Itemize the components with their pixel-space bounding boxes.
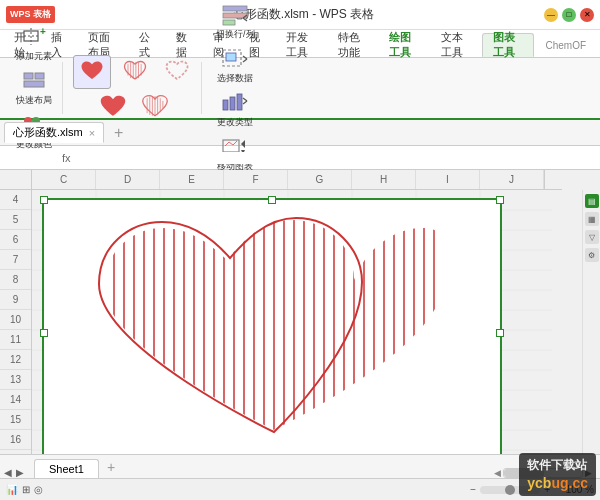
tab-features[interactable]: 特色功能 (328, 33, 378, 57)
svg-rect-4 (24, 73, 33, 79)
handle-tr[interactable] (496, 196, 504, 204)
tab-formula[interactable]: 公式 (129, 33, 164, 57)
close-button[interactable]: ✕ (580, 8, 594, 22)
svg-line-35 (243, 98, 247, 101)
file-tab-bar: 心形函数.xlsm × + (0, 120, 600, 146)
watermark-line1: 软件下载站 (527, 457, 588, 474)
grid-wrapper[interactable] (32, 190, 582, 454)
svg-line-38 (225, 142, 229, 146)
scroll-right-button[interactable]: ▶ (16, 467, 24, 478)
sheet1-tab[interactable]: Sheet1 (34, 459, 99, 478)
file-tab-close[interactable]: × (89, 127, 95, 139)
add-element-icon: + (20, 25, 48, 49)
tab-chart[interactable]: 图表工具 (482, 33, 534, 57)
quick-layout-button[interactable]: 快速布局 (12, 67, 56, 109)
handle-rm[interactable] (496, 329, 504, 337)
svg-rect-6 (24, 81, 44, 87)
panel-filter-icon[interactable]: ▽ (585, 230, 599, 244)
row-4: 4 (0, 190, 31, 210)
switch-row-col-button[interactable]: 切换行/列 (212, 1, 259, 43)
row-7: 7 (0, 250, 31, 270)
svg-rect-29 (226, 53, 236, 61)
col-C: C (32, 170, 96, 189)
style-wave-button[interactable] (117, 58, 153, 86)
svg-rect-23 (223, 6, 247, 11)
tab-pagelayout[interactable]: 页面布局 (78, 33, 128, 57)
tab-chemof[interactable]: ChemOF (536, 33, 597, 57)
h-scroll-left[interactable]: ◀ (494, 468, 501, 478)
svg-rect-5 (35, 73, 44, 79)
row-6: 6 (0, 230, 31, 250)
svg-rect-32 (223, 100, 228, 110)
select-data-button[interactable]: 选择数据 (213, 45, 257, 87)
ribbon-tabs: 开始 插入 页面布局 公式 数据 审阅 视图 开发工具 特色功能 绘图工具 文本… (0, 30, 600, 58)
change-type-button[interactable]: 更改类型 (213, 89, 257, 131)
row-12: 12 (0, 350, 31, 370)
svg-line-31 (243, 59, 247, 62)
toolbar-group-actions: 切换行/列 选择数据 (206, 62, 265, 114)
fx-label: fx (62, 152, 71, 164)
style-big-solid-icon (99, 95, 127, 119)
status-icons: 📊 ⊞ ◎ (6, 484, 43, 495)
maximize-button[interactable]: □ (562, 8, 576, 22)
col-I: I (416, 170, 480, 189)
col-G: G (288, 170, 352, 189)
tab-add-button[interactable]: + (108, 124, 129, 142)
svg-line-27 (243, 18, 247, 21)
tab-developer[interactable]: 开发工具 (276, 33, 326, 57)
window-title: 心形函数.xlsm - WPS 表格 (63, 6, 544, 23)
sheet-tabs-bottom: ◀ ▶ Sheet1 + ◀ ▶ (0, 454, 600, 478)
zoom-out-button[interactable]: − (470, 484, 476, 495)
status-icon-1[interactable]: 📊 (6, 484, 18, 495)
style-outline-button[interactable] (159, 58, 195, 86)
status-bar: 📊 ⊞ ◎ − + 100 % (0, 478, 600, 500)
col-H: H (352, 170, 416, 189)
select-data-label: 选择数据 (217, 72, 253, 85)
watermark-yellow: ycb (527, 475, 551, 491)
watermark-orange: ug.cc (551, 475, 588, 491)
chart-container[interactable] (42, 198, 502, 454)
formula-input[interactable] (77, 152, 594, 164)
quick-layout-label: 快速布局 (16, 94, 52, 107)
handle-lm[interactable] (40, 329, 48, 337)
status-icon-2[interactable]: ⊞ (22, 484, 30, 495)
switch-row-col-icon (221, 3, 249, 27)
main-content: C D E F G H I J 4 5 6 7 8 9 10 11 12 13 … (0, 170, 600, 454)
handle-tl[interactable] (40, 196, 48, 204)
quick-layout-icon (20, 69, 48, 93)
style-outline-icon (163, 60, 191, 84)
watermark-box: 软件下载站 ycbug.cc (519, 453, 596, 496)
svg-marker-41 (241, 140, 245, 148)
wps-logo: WPS 表格 (6, 6, 55, 23)
svg-rect-33 (230, 97, 235, 110)
scroll-left-button[interactable]: ◀ (4, 467, 12, 478)
watermark: 软件下载站 ycbug.cc (519, 453, 596, 496)
heart-chart-svg (44, 200, 504, 454)
add-element-label: 添加元素 (16, 50, 52, 63)
change-type-label: 更改类型 (217, 116, 253, 129)
row-8: 8 (0, 270, 31, 290)
tab-data[interactable]: 数据 (166, 33, 201, 57)
minimize-button[interactable]: — (544, 8, 558, 22)
svg-line-40 (233, 141, 237, 145)
row-14: 14 (0, 390, 31, 410)
style-big-solid-button[interactable] (95, 93, 131, 121)
panel-icon-2[interactable]: ▦ (585, 212, 599, 226)
sheet-add-button[interactable]: + (101, 456, 121, 478)
svg-line-36 (243, 101, 247, 104)
style-solid-button[interactable] (73, 55, 111, 89)
style-wave-icon (121, 60, 149, 84)
style-big-wave-button[interactable] (137, 93, 173, 121)
tab-text[interactable]: 文本工具 (431, 33, 481, 57)
vertical-lines-group (114, 220, 434, 440)
panel-settings-icon[interactable]: ⚙ (585, 248, 599, 262)
add-element-button[interactable]: + 添加元素 (12, 23, 56, 65)
status-icon-3[interactable]: ◎ (34, 484, 43, 495)
tab-drawing[interactable]: 绘图工具 (379, 33, 429, 57)
right-panel-header (544, 170, 562, 190)
column-headers: C D E F G H I J (32, 170, 544, 190)
formula-bar: fx (0, 146, 600, 170)
panel-icon-1[interactable]: ▤ (585, 194, 599, 208)
toolbar-group-styles (67, 62, 202, 114)
handle-tm[interactable] (268, 196, 276, 204)
